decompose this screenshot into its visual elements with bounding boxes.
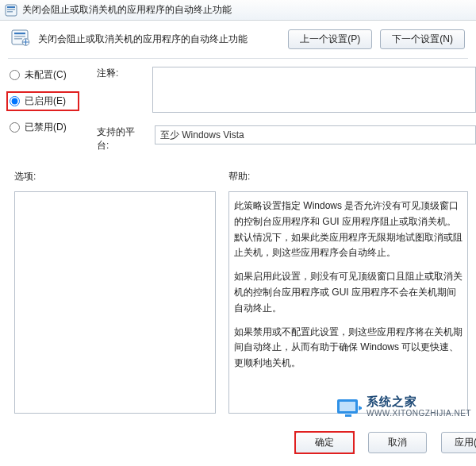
cancel-button[interactable]: 取消 bbox=[368, 432, 427, 453]
config-area: 未配置(C) 已启用(E) 已禁用(D) 注释: 支持的平台: 至少 Windo… bbox=[0, 65, 476, 152]
next-setting-button[interactable]: 下一个设置(N) bbox=[380, 29, 465, 49]
radio-disabled-input[interactable] bbox=[10, 122, 20, 133]
radio-enabled-input[interactable] bbox=[10, 96, 20, 106]
help-label: 帮助: bbox=[228, 170, 250, 183]
window-titlebar: 关闭会阻止或取消关机的应用程序的自动终止功能 bbox=[0, 0, 476, 21]
options-label: 选项: bbox=[14, 170, 228, 183]
comment-label: 注释: bbox=[97, 67, 144, 80]
prev-setting-button[interactable]: 上一个设置(P) bbox=[288, 29, 372, 49]
svg-rect-11 bbox=[345, 414, 351, 417]
svg-rect-7 bbox=[14, 38, 22, 40]
comment-row: 注释: bbox=[97, 67, 476, 113]
supported-value: 至少 Windows Vista bbox=[155, 125, 476, 144]
window-title: 关闭会阻止或取消关机的应用程序的自动终止功能 bbox=[22, 3, 232, 17]
footer-buttons: 确定 取消 应用(A) bbox=[295, 432, 476, 453]
radio-not-configured-label: 未配置(C) bbox=[25, 68, 67, 82]
panels: 此策略设置指定 Windows 是否允许没有可见顶级窗口的控制台应用程序和 GU… bbox=[0, 188, 476, 414]
svg-rect-5 bbox=[14, 33, 25, 34]
help-paragraph: 如果启用此设置，则没有可见顶级窗口且阻止或取消关机的控制台应用程序或 GUI 应… bbox=[234, 269, 463, 316]
supported-label: 支持的平台: bbox=[97, 125, 147, 152]
apply-button[interactable]: 应用(A) bbox=[441, 432, 476, 453]
radio-enabled[interactable]: 已启用(E) bbox=[8, 93, 78, 110]
radio-disabled-label: 已禁用(D) bbox=[25, 121, 67, 134]
options-panel bbox=[14, 191, 216, 414]
svg-rect-6 bbox=[14, 36, 25, 37]
policy-title: 关闭会阻止或取消关机的应用程序的自动终止功能 bbox=[38, 33, 280, 46]
radio-not-configured[interactable]: 未配置(C) bbox=[8, 67, 78, 83]
policy-header-icon bbox=[11, 29, 30, 50]
help-paragraph: 如果禁用或不配置此设置，则这些应用程序将在关机期间自动终止，从而有助于确保 Wi… bbox=[234, 325, 463, 372]
radio-disabled[interactable]: 已禁用(D) bbox=[8, 119, 78, 136]
policy-icon bbox=[5, 4, 17, 17]
comment-textarea[interactable] bbox=[152, 67, 476, 113]
section-headers: 选项: 帮助: bbox=[0, 152, 476, 188]
help-paragraph: 此策略设置指定 Windows 是否允许没有可见顶级窗口的控制台应用程序和 GU… bbox=[234, 198, 463, 261]
supported-row: 支持的平台: 至少 Windows Vista bbox=[97, 125, 476, 152]
svg-rect-3 bbox=[7, 11, 13, 13]
radio-group: 未配置(C) 已启用(E) 已禁用(D) bbox=[8, 65, 78, 152]
meta-fields: 注释: 支持的平台: 至少 Windows Vista bbox=[97, 65, 476, 152]
divider bbox=[8, 58, 468, 59]
policy-header: 关闭会阻止或取消关机的应用程序的自动终止功能 上一个设置(P) 下一个设置(N) bbox=[0, 21, 476, 58]
svg-rect-2 bbox=[7, 9, 15, 10]
radio-not-configured-input[interactable] bbox=[10, 70, 20, 80]
ok-button[interactable]: 确定 bbox=[295, 432, 354, 453]
help-panel: 此策略设置指定 Windows 是否允许没有可见顶级窗口的控制台应用程序和 GU… bbox=[228, 191, 468, 414]
radio-enabled-label: 已启用(E) bbox=[25, 94, 66, 108]
svg-rect-1 bbox=[7, 6, 15, 8]
